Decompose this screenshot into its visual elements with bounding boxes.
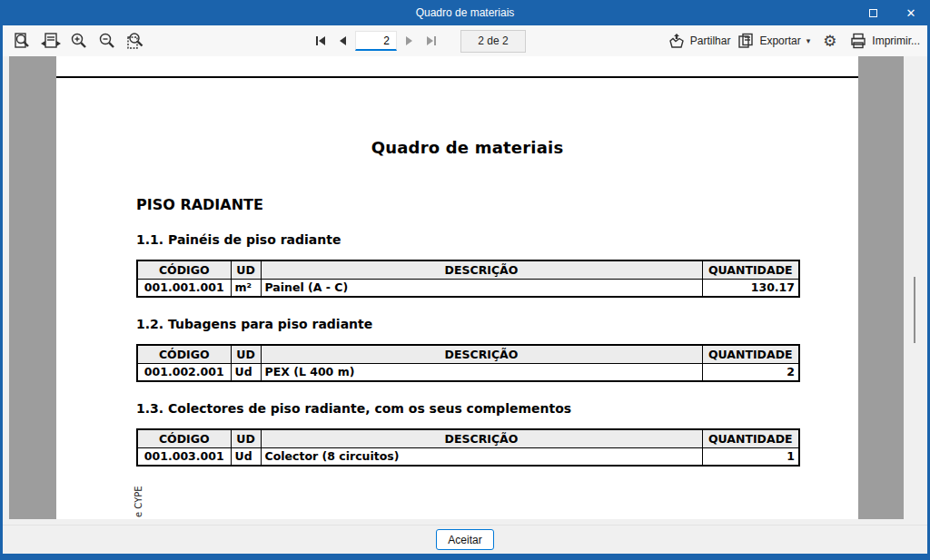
table-row: 001.002.001 Ud PEX (L 400 m) 2 [137, 363, 799, 381]
dialog-window: Quadro de materiais ✕ [0, 0, 930, 560]
table-row: 001.003.001 Ud Colector (8 circuitos) 1 [137, 447, 799, 466]
zoom-window-button[interactable] [123, 29, 147, 53]
last-page-icon [425, 35, 438, 46]
first-page-icon [314, 35, 327, 46]
share-label: Partilhar [690, 34, 731, 47]
previous-page-button[interactable] [333, 30, 351, 52]
last-page-button[interactable] [422, 30, 440, 52]
zoom-window-icon [125, 32, 145, 50]
titlebar[interactable]: Quadro de materiais ✕ [0, 0, 930, 25]
page-count-indicator: 2 de 2 [460, 30, 526, 53]
cell-quantidade: 1 [702, 447, 799, 466]
share-button[interactable]: Partilhar [668, 33, 731, 49]
zoom-in-icon [70, 32, 88, 50]
zoom-in-button[interactable] [66, 29, 91, 53]
print-button[interactable]: Imprimir... [849, 33, 920, 49]
previous-page-icon [337, 35, 348, 46]
cell-descricao: Colector (8 circuitos) [261, 447, 702, 466]
cell-descricao: Painel (A - C) [261, 279, 702, 297]
col-header-quantidade: QUANTIDADE [702, 345, 799, 363]
export-icon [737, 33, 755, 49]
settings-button[interactable]: ⚙ [817, 29, 842, 53]
chapter-title: PISO RADIANTE [136, 196, 798, 213]
next-page-icon [404, 35, 415, 46]
document-page: Quadro de materiais PISO RADIANTE 1.1. P… [56, 56, 858, 519]
zoom-tools [10, 29, 147, 53]
col-header-descricao: DESCRIÇÃO [261, 429, 702, 447]
cell-codigo: 001.001.001 [137, 279, 231, 297]
cell-codigo: 001.002.001 [137, 363, 231, 381]
materials-table: CÓDIGO UD DESCRIÇÃO QUANTIDADE 001.002.0… [136, 344, 800, 382]
first-page-button[interactable] [312, 30, 330, 52]
share-icon [668, 33, 686, 49]
document-viewport[interactable]: Quadro de materiais PISO RADIANTE 1.1. P… [3, 56, 927, 525]
export-button[interactable]: Exportar ▾ [737, 33, 810, 49]
section-title: 1.1. Painéis de piso radiante [136, 232, 798, 247]
col-header-ud: UD [231, 429, 261, 447]
cell-ud: m² [231, 279, 261, 297]
scrollbar-thumb[interactable] [914, 277, 915, 343]
col-header-codigo: CÓDIGO [137, 345, 231, 363]
maximize-icon [869, 9, 877, 17]
section-title: 1.2. Tubagens para piso radiante [136, 317, 798, 331]
next-page-button[interactable] [401, 30, 419, 52]
document-title: Quadro de materiais [136, 138, 798, 157]
col-header-quantidade: QUANTIDADE [702, 429, 799, 447]
window-title: Quadro de materiais [416, 6, 515, 19]
page-navigation: 2 de 2 [312, 25, 526, 56]
toolbar: 2 de 2 Partilhar [3, 25, 927, 56]
col-header-quantidade: QUANTIDADE [702, 260, 799, 279]
gear-icon: ⚙ [823, 34, 836, 49]
fit-width-icon [40, 32, 62, 50]
cell-descricao: PEX (L 400 m) [261, 363, 702, 381]
zoom-out-icon [98, 32, 116, 50]
edition-watermark: e CYPE [134, 486, 143, 517]
col-header-codigo: CÓDIGO [137, 429, 231, 447]
table-header-row: CÓDIGO UD DESCRIÇÃO QUANTIDADE [137, 429, 799, 447]
toolbar-actions: Partilhar Exportar ▾ ⚙ [668, 29, 920, 53]
section-title: 1.3. Colectores de piso radiante, com os… [136, 401, 798, 416]
col-header-ud: UD [231, 345, 261, 363]
close-icon: ✕ [906, 7, 916, 19]
fit-width-button[interactable] [38, 29, 63, 53]
table-header-row: CÓDIGO UD DESCRIÇÃO QUANTIDADE [137, 260, 799, 279]
dialog-footer: Aceitar [3, 525, 927, 554]
table-header-row: CÓDIGO UD DESCRIÇÃO QUANTIDADE [137, 345, 799, 363]
zoom-page-button[interactable] [10, 29, 35, 53]
accept-button[interactable]: Aceitar [436, 529, 494, 550]
close-button[interactable]: ✕ [892, 0, 930, 25]
table-row: 001.001.001 m² Painel (A - C) 130.17 [137, 279, 799, 297]
export-caret-icon: ▾ [806, 36, 811, 45]
print-label: Imprimir... [872, 34, 920, 47]
vertical-scrollbar[interactable] [904, 56, 927, 525]
col-header-descricao: DESCRIÇÃO [261, 260, 702, 279]
materials-table: CÓDIGO UD DESCRIÇÃO QUANTIDADE 001.003.0… [136, 428, 800, 467]
cell-ud: Ud [231, 363, 261, 381]
cell-quantidade: 130.17 [702, 279, 799, 297]
col-header-codigo: CÓDIGO [137, 260, 231, 279]
materials-table: CÓDIGO UD DESCRIÇÃO QUANTIDADE 001.001.0… [136, 260, 800, 298]
cell-codigo: 001.003.001 [137, 447, 231, 466]
cell-ud: Ud [231, 447, 261, 466]
zoom-out-button[interactable] [94, 29, 119, 53]
col-header-descricao: DESCRIÇÃO [261, 345, 702, 363]
printer-icon [849, 33, 867, 49]
maximize-button[interactable] [854, 0, 892, 25]
zoom-page-icon [13, 32, 33, 50]
titlebar-buttons: ✕ [854, 0, 930, 25]
export-label: Exportar [759, 34, 800, 47]
col-header-ud: UD [231, 260, 261, 279]
page-number-input[interactable] [355, 31, 397, 51]
page-content: Quadro de materiais PISO RADIANTE 1.1. P… [136, 56, 798, 467]
cell-quantidade: 2 [702, 363, 799, 381]
